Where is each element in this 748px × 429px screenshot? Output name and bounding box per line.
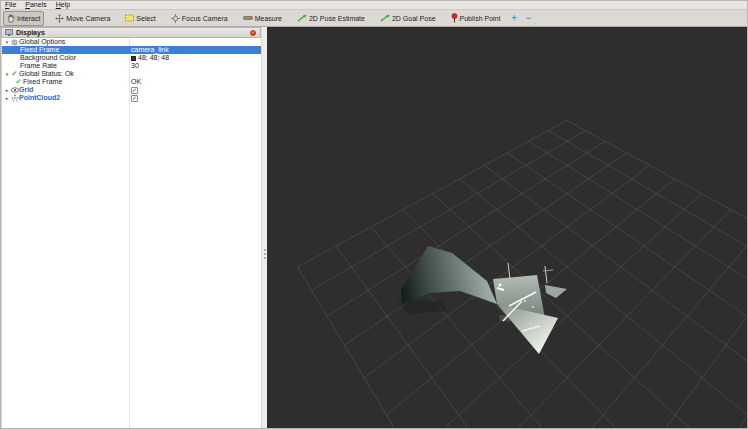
3d-scene-canvas[interactable] bbox=[267, 27, 748, 429]
display-row-grid[interactable]: ▸ Grid ✓ bbox=[2, 86, 261, 94]
add-tool-button[interactable]: + bbox=[511, 14, 516, 22]
remove-tool-button[interactable]: − bbox=[526, 14, 531, 22]
rviz-window: File Panels Help Interact Move Camera Se… bbox=[0, 0, 748, 429]
displays-panel-icon bbox=[5, 29, 13, 37]
toolbar-extension-mark: , bbox=[534, 18, 536, 25]
displays-panel: Displays ▾ Global Options Fixed Frame ca… bbox=[1, 27, 261, 429]
display-row-frame-rate[interactable]: Frame Rate 30 bbox=[2, 62, 261, 70]
menu-help[interactable]: Help bbox=[56, 1, 70, 9]
display-name: Grid bbox=[19, 86, 33, 94]
teal-band bbox=[401, 246, 497, 304]
eye-icon bbox=[10, 87, 19, 93]
property-name: Fixed Frame bbox=[20, 46, 59, 54]
property-name: Global Options bbox=[19, 38, 65, 46]
display-row-background-color[interactable]: Background Color 48; 48; 48 bbox=[2, 54, 261, 62]
right-wing bbox=[545, 285, 567, 298]
splitter-handle-icon bbox=[264, 249, 266, 261]
property-value[interactable]: 30 bbox=[131, 62, 139, 70]
grid-enabled-checkbox[interactable]: ✓ bbox=[131, 87, 138, 94]
displays-panel-titlebar[interactable]: Displays bbox=[1, 27, 261, 38]
display-row-global-status[interactable]: ▾ ✓ Global Status: Ok bbox=[2, 70, 261, 78]
tool-move-camera[interactable]: Move Camera bbox=[51, 11, 114, 26]
status-check-icon: ✓ bbox=[10, 70, 19, 78]
menu-panels[interactable]: Panels bbox=[25, 1, 46, 9]
tool-measure[interactable]: Measure bbox=[239, 12, 286, 25]
toolbar: Interact Move Camera Select Focus Camera… bbox=[1, 10, 747, 27]
tool-publish-point[interactable]: Publish Point bbox=[447, 10, 505, 26]
menu-file[interactable]: File bbox=[5, 1, 16, 9]
interact-hand-icon bbox=[7, 14, 15, 23]
color-value-text: 48; 48; 48 bbox=[138, 54, 169, 62]
render-viewport[interactable] bbox=[267, 27, 747, 429]
property-name: Background Color bbox=[20, 54, 76, 62]
tool-2d-pose-estimate[interactable]: 2D Pose Estimate bbox=[293, 11, 369, 25]
goal-pose-arrow-icon bbox=[380, 14, 390, 22]
display-row-global-options[interactable]: ▾ Global Options bbox=[2, 38, 261, 46]
pose-estimate-arrow-icon bbox=[297, 14, 307, 22]
move-camera-icon bbox=[55, 14, 64, 23]
dark-smudge bbox=[397, 299, 448, 314]
point-cloud bbox=[397, 246, 567, 354]
property-value[interactable]: camera_link bbox=[131, 46, 169, 54]
display-row-status-fixed-frame[interactable]: ✓ Fixed Frame OK bbox=[2, 78, 261, 86]
status-check-icon: ✓ bbox=[14, 78, 23, 86]
display-row-pointcloud2[interactable]: ▸ PointCloud2 ✓ bbox=[2, 94, 261, 102]
select-box-icon bbox=[125, 14, 134, 22]
display-name: PointCloud2 bbox=[19, 94, 60, 102]
display-row-fixed-frame[interactable]: Fixed Frame camera_link bbox=[2, 46, 261, 54]
property-name: Frame Rate bbox=[20, 62, 57, 70]
menu-bar: File Panels Help bbox=[1, 1, 747, 10]
tool-select[interactable]: Select bbox=[121, 11, 159, 25]
property-value[interactable]: 48; 48; 48 bbox=[131, 54, 169, 62]
tool-focus-camera[interactable]: Focus Camera bbox=[167, 11, 232, 26]
displays-tree: ▾ Global Options Fixed Frame camera_link… bbox=[1, 38, 261, 429]
pointcloud-icon bbox=[10, 94, 19, 102]
publish-point-pin-icon bbox=[451, 13, 458, 23]
panel-title-label: Displays bbox=[16, 29, 45, 36]
close-displays-button[interactable] bbox=[250, 30, 256, 36]
tool-interact[interactable]: Interact bbox=[3, 11, 44, 26]
pointcloud2-enabled-checkbox[interactable]: ✓ bbox=[131, 95, 138, 102]
property-name: Fixed Frame bbox=[23, 78, 62, 86]
property-name: Global Status: Ok bbox=[19, 70, 74, 78]
focus-camera-icon bbox=[171, 14, 180, 23]
globe-icon bbox=[10, 39, 19, 46]
color-swatch bbox=[131, 56, 136, 61]
property-value: OK bbox=[131, 78, 141, 86]
grid-lines bbox=[298, 120, 748, 429]
tool-2d-goal-pose[interactable]: 2D Goal Pose bbox=[376, 11, 440, 25]
measure-icon bbox=[243, 15, 253, 21]
